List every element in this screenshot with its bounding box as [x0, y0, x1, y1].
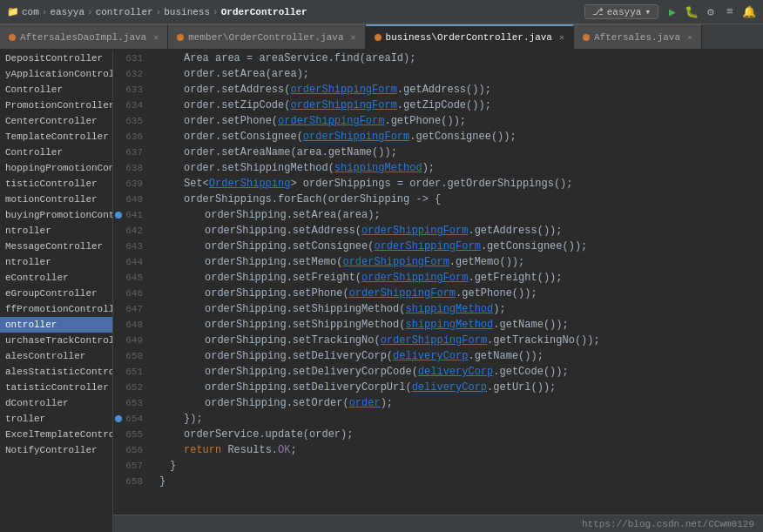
code-line: orderShipping.setOrder(order); [152, 395, 763, 411]
code-line: orderShipping.setShippingMethod(shipping… [152, 301, 763, 317]
sidebar-item[interactable]: ntroller [0, 223, 112, 239]
sidebar-item[interactable]: DepositController [0, 51, 112, 66]
toolbar-right: ⎇ easyya ▾ ▶ 🐛 ⚙ ≡ 🔔 [584, 4, 756, 19]
code-line: orderShipping.setFreight(orderShippingFo… [152, 270, 763, 286]
tab-aftersales[interactable]: Aftersales.java ✕ [574, 24, 702, 49]
code-line: orderShipping.setPhone(orderShippingForm… [152, 286, 763, 301]
status-bar: https://blog.csdn.net/CCwm0129 [113, 515, 763, 532]
branch-name: easyya [607, 7, 642, 17]
code-line: orderShippings.forEach(orderShipping -> … [152, 192, 763, 207]
code-line: orderShipping.setDeliveryCorp(deliveryCo… [152, 348, 763, 364]
sidebar-item[interactable]: alesController [0, 348, 112, 364]
code-line: orderShipping.setShippingMethod(shipping… [152, 317, 763, 333]
sidebar-item[interactable]: ntroller [0, 254, 112, 270]
sidebar-item[interactable]: Controller [0, 82, 112, 98]
sidebar-item[interactable]: MessageController [0, 239, 112, 254]
breadcrumb-easyya[interactable]: easyya [50, 7, 84, 17]
code-line: orderShipping.setConsignee(orderShipping… [152, 239, 763, 254]
tab-business-ordercontroller[interactable]: business\OrderController.java ✕ [366, 24, 574, 49]
sidebar-item[interactable]: tatisticController [0, 380, 112, 395]
notifications-icon[interactable]: 🔔 [742, 5, 756, 19]
code-line: order.setConsignee(orderShippingForm.get… [152, 129, 763, 145]
breadcrumb-com[interactable]: com [22, 7, 39, 17]
breadcrumb-business[interactable]: business [164, 7, 210, 17]
sidebar-item[interactable]: eController [0, 270, 112, 286]
tab-dot [375, 34, 382, 41]
sidebar-item[interactable]: PromotionController [0, 98, 112, 113]
code-line: order.setShippingMethod(shippingMethod); [152, 160, 763, 176]
line-numbers: 631 632 633 634 635 636 637 638 639 640 … [113, 51, 152, 515]
code-lines[interactable]: Area area = areaService.find(areaId); or… [152, 51, 763, 515]
tab-label: business\OrderController.java [386, 32, 552, 43]
main-content: DepositController yApplicationController… [0, 51, 763, 532]
code-line: orderShipping.setDeliveryCorpCode(delive… [152, 364, 763, 380]
sidebar-item[interactable]: troller [0, 411, 112, 427]
code-line: } [152, 474, 763, 489]
sidebar: DepositController yApplicationController… [0, 51, 113, 532]
status-url: https://blog.csdn.net/CCwm0129 [582, 519, 754, 529]
code-line: orderShipping.setDeliveryCorpUrl(deliver… [152, 380, 763, 395]
sidebar-item[interactable]: ExcelTemplateControll... [0, 427, 112, 442]
close-icon[interactable]: ✕ [559, 32, 564, 43]
breadcrumb-controller[interactable]: controller [96, 7, 153, 17]
tab-dot [9, 34, 16, 41]
sidebar-item[interactable]: tisticController [0, 176, 112, 192]
editor-area: 631 632 633 634 635 636 637 638 639 640 … [113, 51, 763, 532]
settings-icon[interactable]: ≡ [723, 5, 737, 19]
toolbar-icons: ▶ 🐛 ⚙ ≡ 🔔 [665, 5, 756, 19]
close-icon[interactable]: ✕ [687, 32, 692, 43]
git-icon: ⎇ [592, 6, 604, 17]
title-bar: 📁 com › easyya › controller › business ›… [0, 0, 763, 24]
sidebar-item[interactable]: alesStatisticController [0, 364, 112, 380]
code-line: order.setAddress(orderShippingForm.getAd… [152, 82, 763, 98]
code-line: orderShipping.setTrackingNo(orderShippin… [152, 333, 763, 348]
code-line: order.setAreaName(area.getName()); [152, 145, 763, 160]
breadcrumb: 📁 com › easyya › controller › business ›… [7, 6, 307, 17]
code-line: Area area = areaService.find(areaId); [152, 51, 763, 66]
sidebar-item[interactable]: urchaseTrackController [0, 333, 112, 348]
close-icon[interactable]: ✕ [351, 32, 356, 43]
sidebar-item[interactable]: hoppingPromotionContr... [0, 160, 112, 176]
tab-member-ordercontroller[interactable]: member\OrderController.java ✕ [168, 24, 365, 49]
sidebar-item[interactable]: dController [0, 395, 112, 411]
sidebar-item[interactable]: CenterController [0, 113, 112, 129]
tabs-bar: AftersalesDaoImpl.java ✕ member\OrderCon… [0, 24, 763, 51]
tab-aftersalesdaoimpl[interactable]: AftersalesDaoImpl.java ✕ [0, 24, 168, 49]
code-line: order.setPhone(orderShippingForm.getPhon… [152, 113, 763, 129]
tab-label: member\OrderController.java [188, 32, 343, 43]
code-line: return Results.OK; [152, 442, 763, 458]
sidebar-item[interactable]: NotifyController [0, 442, 112, 458]
chevron-down-icon: ▾ [645, 6, 651, 17]
breadcrumb-icon: 📁 [7, 6, 19, 17]
code-line: orderShipping.setAddress(orderShippingFo… [152, 223, 763, 239]
code-line: orderShipping.setMemo(orderShippingForm.… [152, 254, 763, 270]
sidebar-item[interactable]: buyingPromotionContr... [0, 207, 112, 223]
run-icon[interactable]: ▶ [665, 5, 679, 19]
sidebar-item[interactable]: eGroupController [0, 286, 112, 301]
sidebar-item[interactable]: Controller [0, 145, 112, 160]
sidebar-item[interactable]: motionController [0, 192, 112, 207]
close-icon[interactable]: ✕ [153, 32, 159, 43]
code-line: orderShipping.setArea(area); [152, 207, 763, 223]
code-line: Set<OrderShipping> orderShippings = orde… [152, 176, 763, 192]
code-line: }); [152, 411, 763, 427]
branch-button[interactable]: ⎇ easyya ▾ [584, 4, 658, 19]
sidebar-item[interactable]: yApplicationController [0, 66, 112, 82]
sidebar-item[interactable]: TemplateController [0, 129, 112, 145]
tab-label: Aftersales.java [594, 32, 680, 43]
build-icon[interactable]: ⚙ [704, 5, 718, 19]
tab-label: AftersalesDaoImpl.java [20, 32, 146, 43]
tab-dot [583, 34, 590, 41]
code-line: } [152, 458, 763, 474]
code-line: order.setZipCode(orderShippingForm.getZi… [152, 98, 763, 113]
sidebar-item-active[interactable]: ontroller [0, 317, 112, 333]
debug-icon[interactable]: 🐛 [685, 5, 699, 19]
code-line: orderService.update(order); [152, 427, 763, 442]
sidebar-item[interactable]: ffPromotionController [0, 301, 112, 317]
code-line: order.setArea(area); [152, 66, 763, 82]
breadcrumb-class: OrderController [221, 7, 307, 17]
tab-dot [177, 34, 184, 41]
code-container[interactable]: 631 632 633 634 635 636 637 638 639 640 … [113, 51, 763, 515]
